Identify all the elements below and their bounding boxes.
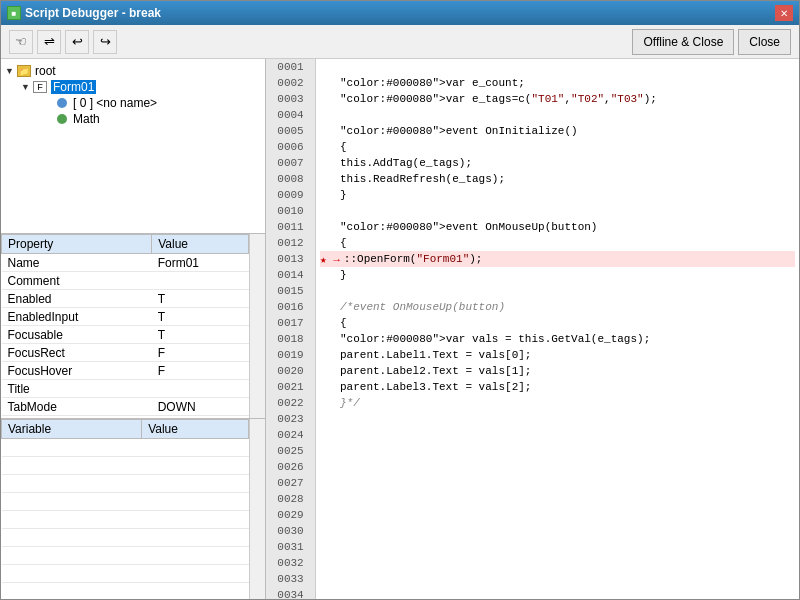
tree-item-root[interactable]: ▼ 📁 root: [5, 63, 261, 79]
line-prefix: [320, 141, 340, 153]
property-row[interactable]: Height600: [2, 416, 249, 419]
line-prefix: [320, 317, 340, 329]
step-over-button[interactable]: ↪: [93, 30, 117, 54]
code-line[interactable]: {: [320, 315, 795, 331]
property-row[interactable]: FocusHoverF: [2, 362, 249, 380]
variable-value: [142, 475, 249, 493]
code-line[interactable]: [320, 443, 795, 459]
code-line[interactable]: [320, 283, 795, 299]
property-row[interactable]: NameForm01: [2, 254, 249, 272]
code-line[interactable]: [320, 571, 795, 587]
tree-item-form01[interactable]: ▼ F Form01: [5, 79, 261, 95]
main-content: ▼ 📁 root ▼ F Form01 [ 0 ] <no name>: [1, 59, 799, 599]
line-number: 0032: [266, 555, 315, 571]
code-line[interactable]: [320, 203, 795, 219]
code-line[interactable]: this.AddTag(e_tags);: [320, 155, 795, 171]
line-number: 0026: [266, 459, 315, 475]
window-title: Script Debugger - break: [25, 6, 161, 20]
code-line[interactable]: parent.Label3.Text = vals[2];: [320, 379, 795, 395]
property-value: [152, 272, 249, 290]
line-prefix: [320, 429, 340, 441]
hand-tool-button[interactable]: ☜: [9, 30, 33, 54]
expand-tag0: [45, 98, 55, 108]
code-line[interactable]: [320, 539, 795, 555]
variable-value: [142, 439, 249, 457]
code-line[interactable]: [320, 491, 795, 507]
close-button[interactable]: Close: [738, 29, 791, 55]
line-prefix: [320, 493, 340, 505]
property-row[interactable]: FocusableT: [2, 326, 249, 344]
code-line[interactable]: }: [320, 187, 795, 203]
code-line[interactable]: "color:#000080">var vals = this.GetVal(e…: [320, 331, 795, 347]
line-prefix: [320, 557, 340, 569]
code-line[interactable]: [320, 411, 795, 427]
variable-row[interactable]: [2, 511, 249, 529]
main-window: ■ Script Debugger - break ✕ ☜ ⇌ ↩ ↪ Offl…: [0, 0, 800, 600]
code-line[interactable]: }*/: [320, 395, 795, 411]
code-line[interactable]: "color:#000080">event OnMouseUp(button): [320, 219, 795, 235]
property-row[interactable]: TabModeDOWN: [2, 398, 249, 416]
variable-row[interactable]: [2, 529, 249, 547]
line-number: 0018: [266, 331, 315, 347]
code-line[interactable]: [320, 59, 795, 75]
expand-math: [45, 114, 55, 124]
var-value-col-header: Value: [142, 420, 249, 439]
code-line[interactable]: parent.Label1.Text = vals[0];: [320, 347, 795, 363]
line-number: 0001: [266, 59, 315, 75]
property-row[interactable]: EnabledInputT: [2, 308, 249, 326]
variable-row[interactable]: [2, 439, 249, 457]
code-line[interactable]: [320, 587, 795, 599]
line-number: 0004: [266, 107, 315, 123]
variable-row[interactable]: [2, 565, 249, 583]
code-line[interactable]: "color:#000080">var e_tags=c("T01","T02"…: [320, 91, 795, 107]
properties-scrollbar[interactable]: [249, 234, 265, 418]
code-line[interactable]: [320, 523, 795, 539]
variable-row[interactable]: [2, 547, 249, 565]
breakpoint-arrow: ★ →: [320, 253, 340, 266]
line-number: 0027: [266, 475, 315, 491]
code-area[interactable]: "color:#000080">var e_count; "color:#000…: [316, 59, 799, 599]
code-line[interactable]: {: [320, 139, 795, 155]
property-name: Focusable: [2, 326, 152, 344]
code-line[interactable]: parent.Label2.Text = vals[1];: [320, 363, 795, 379]
code-line[interactable]: [320, 555, 795, 571]
property-name: Comment: [2, 272, 152, 290]
code-line[interactable]: "color:#000080">var e_count;: [320, 75, 795, 91]
tree-panel[interactable]: ▼ 📁 root ▼ F Form01 [ 0 ] <no name>: [1, 59, 265, 234]
line-prefix: [320, 349, 340, 361]
code-line[interactable]: {: [320, 235, 795, 251]
variable-row[interactable]: [2, 493, 249, 511]
code-line[interactable]: [320, 507, 795, 523]
step-out-button[interactable]: ↩: [65, 30, 89, 54]
code-line[interactable]: [320, 427, 795, 443]
line-number: 0034: [266, 587, 315, 599]
offline-close-button[interactable]: Offline & Close: [632, 29, 734, 55]
code-line[interactable]: }: [320, 267, 795, 283]
variables-scrollbar[interactable]: [249, 419, 265, 599]
tree-item-math[interactable]: Math: [5, 111, 261, 127]
code-line[interactable]: [320, 475, 795, 491]
variable-row[interactable]: [2, 475, 249, 493]
line-prefix: [320, 333, 340, 345]
tree-item-tag0[interactable]: [ 0 ] <no name>: [5, 95, 261, 111]
code-line[interactable]: ★ → ::OpenForm("Form01");: [320, 251, 795, 267]
line-number: 0015: [266, 283, 315, 299]
line-number: 0014: [266, 267, 315, 283]
window-close-button[interactable]: ✕: [775, 5, 793, 21]
code-line[interactable]: [320, 107, 795, 123]
property-row[interactable]: Comment: [2, 272, 249, 290]
property-row[interactable]: FocusRectF: [2, 344, 249, 362]
code-line[interactable]: this.ReadRefresh(e_tags);: [320, 171, 795, 187]
code-line[interactable]: [320, 459, 795, 475]
variables-table-container[interactable]: Variable Value: [1, 419, 249, 599]
step-into-button[interactable]: ⇌: [37, 30, 61, 54]
code-line[interactable]: /*event OnMouseUp(button): [320, 299, 795, 315]
variable-row[interactable]: [2, 457, 249, 475]
toolbar-actions: Offline & Close Close: [632, 29, 791, 55]
code-line[interactable]: "color:#000080">event OnInitialize(): [320, 123, 795, 139]
property-row[interactable]: EnabledT: [2, 290, 249, 308]
line-prefix: [320, 509, 340, 521]
property-row[interactable]: Title: [2, 380, 249, 398]
properties-table-container[interactable]: Property Value NameForm01CommentEnabledT…: [1, 234, 249, 418]
property-value: F: [152, 362, 249, 380]
